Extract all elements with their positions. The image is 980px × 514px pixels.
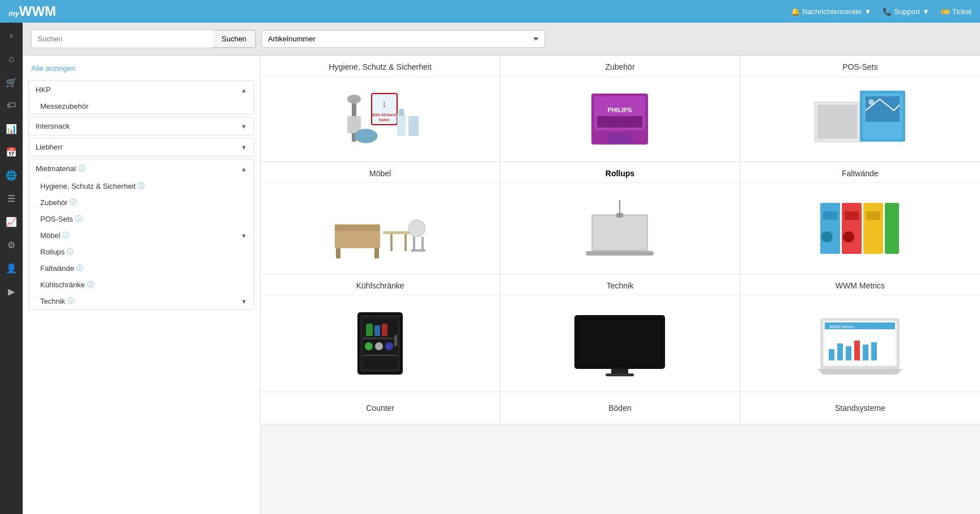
mietmaterial-info-icon: ⓘ (78, 164, 85, 173)
kuhlschranke-label: Kühlschränke (40, 281, 85, 289)
nav-item-kuhlschranke[interactable]: Kühlschränke ⓘ (29, 277, 254, 293)
support-label: Support (894, 7, 920, 16)
support-link[interactable]: 📞 Support ▼ (883, 7, 929, 16)
svg-rect-50 (363, 338, 397, 339)
svg-rect-74 (871, 342, 877, 360)
alle-anzeigen-link[interactable]: Alle anzeigen (23, 61, 260, 78)
rollups-title: Rollups (500, 162, 739, 183)
grid-label-boden[interactable]: Böden (500, 392, 740, 424)
search-input[interactable] (32, 31, 213, 47)
logo-my: my (8, 9, 19, 18)
search-select[interactable]: Artikelnummer Bezeichnung Kategorie (262, 30, 545, 48)
sidebar-toggle[interactable]: › (0, 26, 23, 46)
bell-icon: 🔔 (791, 7, 800, 16)
technik-title: Technik (500, 274, 739, 295)
svg-rect-38 (820, 203, 840, 254)
hkp-label: HKP (36, 86, 51, 94)
svg-rect-9 (399, 109, 404, 116)
svg-point-29 (408, 220, 425, 237)
nav-section-header-mietmaterial[interactable]: Mietmaterial ⓘ ▲ (29, 159, 254, 178)
nav-section-header-hkp[interactable]: HKP ▲ (29, 81, 254, 99)
technik-svg (569, 304, 671, 383)
svg-rect-14 (597, 116, 642, 128)
sidebar-item-settings[interactable]: ⚙ (0, 235, 23, 255)
svg-rect-31 (421, 237, 424, 251)
nav-item-hygiene[interactable]: Hygiene, Schutz & Sicherheit ⓘ (29, 178, 254, 194)
grid-cell-hygiene[interactable]: Hygiene, Schutz & Sicherheit 🚶 Bitte (261, 56, 500, 162)
nav-item-mobel[interactable]: Möbel ⓘ ▼ (29, 227, 254, 244)
grid-cell-faltwande[interactable]: Faltwände (740, 162, 980, 274)
pos-sets-svg (803, 85, 917, 153)
svg-point-7 (355, 129, 377, 143)
mietmaterial-label-wrap: Mietmaterial ⓘ (36, 164, 85, 173)
grid-row-2: Möbel (261, 162, 980, 274)
wwm-metrics-title: WWM Metrics (740, 274, 980, 295)
svg-point-55 (365, 342, 373, 350)
grid-cell-zubehor[interactable]: Zubehör PHILIPS (500, 56, 740, 162)
zubehor-img: PHILIPS (500, 77, 739, 162)
left-nav: Alle anzeigen HKP ▲ Messezubehör (23, 56, 261, 514)
mobel-img (261, 183, 500, 274)
rollups-label: Rollups (40, 248, 65, 256)
search-button[interactable]: Suchen (213, 30, 255, 48)
svg-text:WWM Metrics: WWM Metrics (829, 325, 854, 329)
support-chevron: ▼ (922, 7, 930, 16)
liebherr-chevron: ▼ (241, 144, 247, 151)
hygiene-label: Hygiene, Schutz & Sicherheit (40, 182, 135, 190)
sidebar-item-video[interactable]: ▶ (0, 281, 23, 301)
faltwande-img (740, 183, 980, 274)
phone-icon: 📞 (883, 7, 892, 16)
grid-row-3: Kühlschränke (261, 274, 980, 392)
svg-rect-35 (586, 251, 654, 256)
sidebar-item-chart[interactable]: 📈 (0, 211, 23, 232)
liebherr-label: Liebherr (36, 143, 63, 151)
svg-text:Bitte Abstand: Bitte Abstand (373, 113, 396, 117)
nav-item-zubehor[interactable]: Zubehör ⓘ (29, 194, 254, 211)
grid-cell-technik[interactable]: Technik (500, 274, 740, 392)
rollups-svg (574, 192, 665, 265)
ticket-link[interactable]: 🎫 Ticket (941, 7, 972, 16)
nav-item-messezubehor[interactable]: Messezubehör (29, 99, 254, 114)
kuhlschranke-title: Kühlschränke (261, 274, 500, 295)
svg-rect-37 (619, 200, 620, 217)
hygiene-title: Hygiene, Schutz & Sicherheit (261, 56, 500, 77)
nachrichtencenter-chevron: ▼ (864, 7, 872, 16)
sidebar-item-cart[interactable]: 🛒 (0, 72, 23, 92)
svg-rect-22 (335, 228, 380, 248)
nav-item-rollups[interactable]: Rollups ⓘ (29, 244, 254, 260)
svg-rect-43 (845, 211, 859, 220)
grid-cell-wwm-metrics[interactable]: WWM Metrics WWM Metrics (740, 274, 980, 392)
faltwande-title: Faltwände (740, 162, 980, 183)
nav-section-header-liebherr[interactable]: Liebherr ▼ (29, 138, 254, 156)
sidebar-item-user[interactable]: 👤 (0, 258, 23, 278)
grid-label-counter[interactable]: Counter (261, 392, 500, 424)
grid-cell-pos-sets[interactable]: POS-Sets (740, 56, 980, 162)
grid-cell-kuhlschranke[interactable]: Kühlschränke (261, 274, 500, 392)
nachrichtencenter-link[interactable]: 🔔 Nachrichtencenter ▼ (791, 7, 871, 16)
sidebar-item-globe[interactable]: 🌐 (0, 165, 23, 185)
zubehor-label: Zubehör (40, 198, 67, 207)
sidebar-item-home[interactable]: ⌂ (0, 49, 23, 69)
grid-cell-rollups[interactable]: Rollups (500, 162, 740, 274)
grid-label-standsysteme[interactable]: Standsysteme (740, 392, 980, 424)
grid-cell-mobel[interactable]: Möbel (261, 162, 500, 274)
sidebar-item-menu[interactable]: ☰ (0, 188, 23, 209)
svg-rect-69 (829, 349, 834, 360)
svg-rect-61 (611, 369, 628, 373)
svg-point-46 (843, 231, 854, 243)
mobel-title: Möbel (261, 162, 500, 183)
nachrichtencenter-label: Nachrichtencenter (802, 7, 862, 16)
nav-section-header-intersnack[interactable]: Intersnack ▼ (29, 117, 254, 135)
svg-text:🚶: 🚶 (381, 101, 388, 108)
nav-item-technik[interactable]: Technik ⓘ ▼ (29, 293, 254, 309)
hygiene-svg: 🚶 Bitte Abstand halten (335, 85, 425, 153)
sidebar-item-stats[interactable]: 📊 (0, 118, 23, 139)
svg-rect-72 (854, 341, 860, 360)
nav-item-pos-sets[interactable]: POS-Sets ⓘ (29, 211, 254, 227)
svg-rect-25 (374, 248, 379, 258)
nav-item-faltwande[interactable]: Faltwände ⓘ (29, 260, 254, 277)
sidebar-item-calendar[interactable]: 📅 (0, 142, 23, 162)
main-content: Suchen Artikelnummer Bezeichnung Kategor… (23, 23, 980, 514)
svg-rect-32 (411, 249, 425, 252)
sidebar-item-tag[interactable]: 🏷 (0, 95, 23, 116)
